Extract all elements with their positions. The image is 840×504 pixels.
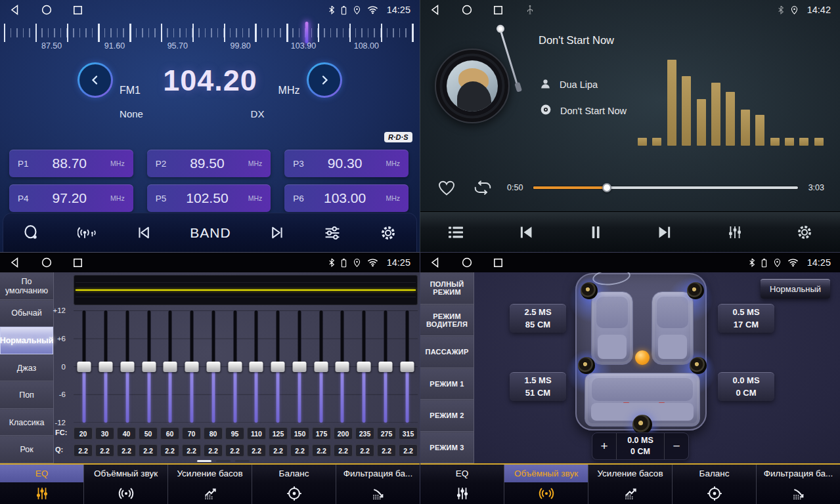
sound-preset-button[interactable]: Нормальный bbox=[761, 279, 830, 299]
settings-gear-icon[interactable] bbox=[796, 224, 813, 241]
slider-knob[interactable] bbox=[400, 362, 414, 372]
tab-bass-boost[interactable]: Усиление басов bbox=[168, 465, 252, 504]
eq-band-slider[interactable] bbox=[95, 310, 117, 423]
eq-band-slider[interactable] bbox=[246, 310, 267, 423]
playlist-icon[interactable] bbox=[447, 225, 464, 240]
front-left-speaker-icon[interactable] bbox=[581, 282, 598, 299]
home-icon[interactable] bbox=[41, 5, 52, 16]
tab-surround[interactable]: Объёмный звук bbox=[504, 465, 588, 504]
band-button[interactable]: BAND bbox=[190, 225, 231, 241]
increase-delay-button[interactable]: + bbox=[592, 433, 617, 459]
tab-eq[interactable]: EQ bbox=[420, 465, 504, 504]
eq-band-slider[interactable] bbox=[181, 310, 203, 423]
next-track-icon[interactable] bbox=[656, 225, 673, 240]
front-right-speaker-icon[interactable] bbox=[687, 282, 704, 299]
rear-left-speaker-icon[interactable] bbox=[578, 357, 595, 374]
tab-eq[interactable]: EQ bbox=[0, 465, 84, 504]
eq-band-slider[interactable] bbox=[224, 310, 246, 423]
eq-band-slider[interactable] bbox=[117, 310, 139, 423]
slider-knob[interactable] bbox=[378, 362, 392, 372]
recents-icon[interactable] bbox=[493, 257, 504, 268]
tab-balance[interactable]: Баланс bbox=[673, 465, 757, 504]
eq-preset-item[interactable]: Обычай bbox=[0, 300, 53, 327]
eq-band-slider[interactable] bbox=[396, 310, 418, 423]
eq-band-slider[interactable] bbox=[289, 310, 311, 423]
eq-preset-item[interactable]: Классика bbox=[0, 409, 53, 436]
back-icon[interactable] bbox=[9, 257, 20, 268]
home-icon[interactable] bbox=[461, 257, 472, 268]
rear-right-speaker-icon[interactable] bbox=[690, 357, 707, 374]
recents-icon[interactable] bbox=[72, 5, 83, 16]
listening-mode-item[interactable]: ПАССАЖИР bbox=[420, 336, 474, 368]
slider-knob[interactable] bbox=[336, 362, 349, 372]
scan-icon[interactable] bbox=[23, 225, 39, 241]
page-indicator[interactable] bbox=[197, 460, 250, 462]
slider-knob[interactable] bbox=[185, 362, 199, 372]
progress-knob[interactable] bbox=[602, 183, 611, 192]
favorite-heart-icon[interactable] bbox=[437, 179, 456, 196]
slider-knob[interactable] bbox=[120, 362, 134, 372]
tab-bass-boost[interactable]: Усиление басов bbox=[588, 465, 673, 504]
eq-band-slider[interactable] bbox=[138, 310, 160, 423]
eq-sliders-icon[interactable] bbox=[727, 224, 743, 240]
slider-knob[interactable] bbox=[271, 362, 285, 372]
home-icon[interactable] bbox=[461, 5, 472, 16]
tune-up-button[interactable] bbox=[307, 62, 342, 98]
tune-down-button[interactable] bbox=[77, 62, 113, 98]
slider-knob[interactable] bbox=[99, 362, 113, 372]
radio-preset[interactable]: P1 88.70 MHz bbox=[9, 150, 133, 177]
listening-position-marker[interactable] bbox=[635, 350, 650, 365]
previous-track-icon[interactable] bbox=[518, 225, 535, 240]
eq-band-slider[interactable] bbox=[332, 310, 353, 423]
subwoofer-icon[interactable] bbox=[632, 415, 652, 434]
eq-preset-item[interactable]: Поп bbox=[0, 381, 53, 409]
decrease-delay-button[interactable]: − bbox=[664, 433, 688, 459]
eq-band-slider[interactable] bbox=[203, 310, 225, 423]
listening-mode-item[interactable]: РЕЖИМ 1 bbox=[420, 368, 474, 400]
eq-band-slider[interactable] bbox=[74, 310, 95, 423]
tab-surround[interactable]: Объёмный звук bbox=[84, 465, 168, 504]
recents-icon[interactable] bbox=[493, 5, 504, 16]
tab-filter[interactable]: Фильтрация ба... bbox=[336, 465, 420, 504]
back-icon[interactable] bbox=[9, 5, 20, 16]
eq-preset-item[interactable]: Нормальный bbox=[0, 327, 53, 354]
listening-mode-item[interactable]: ПОЛНЫЙ РЕЖИМ bbox=[420, 272, 474, 304]
slider-knob[interactable] bbox=[77, 362, 91, 372]
eq-preset-item[interactable]: По умолчанию bbox=[0, 272, 53, 300]
settings-gear-icon[interactable] bbox=[380, 224, 397, 242]
slider-knob[interactable] bbox=[228, 362, 242, 372]
radio-preset[interactable]: P6 103.00 MHz bbox=[284, 184, 409, 212]
eq-band-slider[interactable] bbox=[267, 310, 289, 423]
recents-icon[interactable] bbox=[72, 257, 83, 268]
broadcast-icon[interactable] bbox=[77, 225, 97, 241]
progress-bar[interactable] bbox=[533, 186, 797, 189]
slider-knob[interactable] bbox=[164, 362, 177, 372]
previous-station-icon[interactable] bbox=[136, 226, 151, 240]
eq-band-slider[interactable] bbox=[375, 310, 397, 423]
dx-mode[interactable]: DX bbox=[238, 108, 277, 119]
radio-preset[interactable]: P5 102.50 MHz bbox=[147, 184, 271, 212]
home-icon[interactable] bbox=[41, 257, 52, 268]
eq-band-slider[interactable] bbox=[310, 310, 332, 423]
back-icon[interactable] bbox=[430, 257, 441, 268]
slider-knob[interactable] bbox=[314, 362, 328, 372]
slider-knob[interactable] bbox=[250, 362, 263, 372]
eq-band-slider[interactable] bbox=[160, 310, 181, 423]
radio-preset[interactable]: P4 97.20 MHz bbox=[9, 184, 133, 212]
eq-band-slider[interactable] bbox=[353, 310, 375, 423]
slider-knob[interactable] bbox=[292, 362, 306, 372]
slider-knob[interactable] bbox=[206, 362, 220, 372]
listening-mode-item[interactable]: РЕЖИМ 3 bbox=[420, 432, 474, 464]
slider-knob[interactable] bbox=[357, 362, 371, 372]
listening-mode-item[interactable]: РЕЖИМ 2 bbox=[420, 400, 474, 432]
slider-knob[interactable] bbox=[142, 362, 156, 372]
tuner-settings-icon[interactable] bbox=[324, 225, 341, 241]
tab-balance[interactable]: Баланс bbox=[252, 465, 336, 504]
radio-preset[interactable]: P2 89.50 MHz bbox=[147, 150, 271, 177]
pause-icon[interactable] bbox=[588, 224, 603, 240]
listening-mode-item[interactable]: РЕЖИМ ВОДИТЕЛЯ bbox=[420, 304, 474, 337]
repeat-icon[interactable] bbox=[473, 180, 493, 196]
back-icon[interactable] bbox=[430, 5, 441, 16]
radio-preset[interactable]: P3 90.30 MHz bbox=[284, 150, 409, 177]
next-station-icon[interactable] bbox=[270, 226, 285, 240]
